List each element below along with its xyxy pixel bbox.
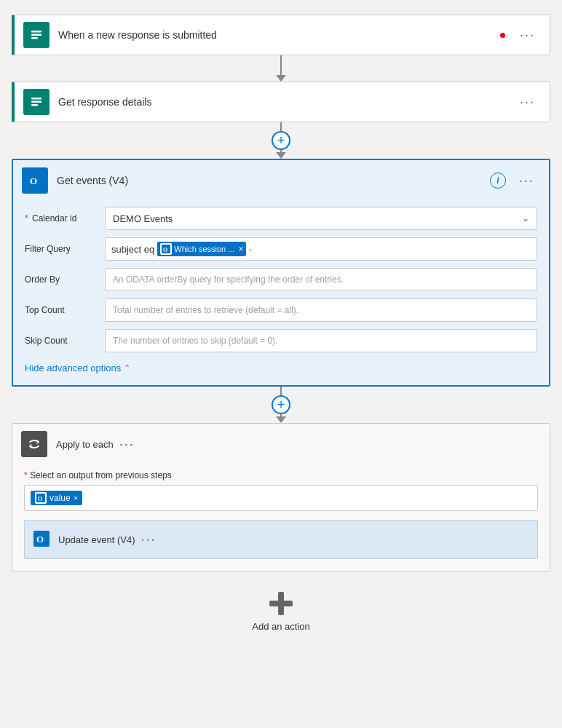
svg-text:O: O xyxy=(30,175,37,186)
add-action-icon xyxy=(266,589,296,618)
update-event-header[interactable]: O Update event (V4) ··· xyxy=(25,521,537,558)
select-output-input[interactable]: O value × xyxy=(24,485,538,511)
select-required-star: * xyxy=(24,470,28,480)
chip-close-button[interactable]: × xyxy=(74,494,78,502)
svg-text:O: O xyxy=(38,496,42,502)
token-outlook-icon: O xyxy=(160,243,172,255)
loop-header[interactable]: Apply to each ··· xyxy=(12,424,550,464)
update-event-card: O Update event (V4) ··· xyxy=(24,520,538,559)
plus-connector-2: + xyxy=(272,387,290,423)
update-event-title: Update event (V4) xyxy=(58,534,135,545)
calendar-id-row: * Calendar id DEMO Events ⌄ xyxy=(25,207,537,230)
chevron-up-icon: ⌃ xyxy=(124,363,130,373)
order-by-label: Order By xyxy=(25,274,105,285)
add-step-button-1[interactable]: + xyxy=(272,131,290,150)
step-get-response-card[interactable]: Get response details ··· xyxy=(12,82,550,122)
required-star: * xyxy=(25,213,28,223)
select-output-label: * Select an output from previous steps xyxy=(24,470,538,480)
filter-query-label: Filter Query xyxy=(25,244,105,254)
svg-rect-18 xyxy=(269,601,293,606)
loop-icon xyxy=(21,431,47,457)
skip-count-label: Skip Count xyxy=(25,336,105,346)
svg-rect-7 xyxy=(31,104,38,106)
add-step-button-2[interactable]: + xyxy=(272,395,290,414)
token-label: Which session ... xyxy=(174,245,234,253)
svg-text:O: O xyxy=(36,534,44,545)
order-by-row: Order By An ODATA orderBy query for spec… xyxy=(25,268,537,291)
loop-body: * Select an output from previous steps O… xyxy=(12,464,550,571)
apply-to-each-card: Apply to each ··· * Select an output fro… xyxy=(12,423,550,571)
forms-icon-step1 xyxy=(23,22,50,48)
plus-arrow-head-2 xyxy=(276,416,286,423)
top-count-placeholder: Total number of entries to retrieve (def… xyxy=(113,305,298,315)
svg-rect-5 xyxy=(31,98,41,100)
flow-canvas: When a new response is submitted ··· Get… xyxy=(15,15,547,644)
add-action-area: Add an action xyxy=(252,589,310,632)
plus-connector-1: + xyxy=(272,122,290,159)
step3-title: Get events (V4) xyxy=(57,175,490,186)
info-icon[interactable]: i xyxy=(490,173,506,189)
svg-rect-1 xyxy=(31,31,41,33)
svg-text:O: O xyxy=(163,247,167,253)
dropdown-arrow: ⌄ xyxy=(522,213,529,223)
skip-count-placeholder: The number of entries to skip (default =… xyxy=(113,336,277,346)
step3-more-menu[interactable]: ··· xyxy=(513,170,540,191)
filter-query-row: Filter Query subject eq O Which session … xyxy=(25,237,537,261)
arrow-connector-1 xyxy=(276,55,286,82)
outlook-icon-step3: O xyxy=(22,167,48,194)
filter-prefix-text: subject eq xyxy=(111,244,154,255)
value-chip[interactable]: O value × xyxy=(31,491,82,505)
chip-outlook-icon: O xyxy=(35,492,47,504)
plus-arrow-head xyxy=(276,152,286,159)
calendar-id-label: * Calendar id xyxy=(25,213,105,223)
step2-title: Get response details xyxy=(58,96,514,108)
svg-rect-6 xyxy=(31,101,41,103)
add-action-label: Add an action xyxy=(252,621,310,632)
plus-line-top xyxy=(280,122,282,131)
svg-rect-3 xyxy=(31,37,38,39)
arrow-line xyxy=(280,55,282,75)
svg-rect-12 xyxy=(26,436,42,452)
forms-icon-step2 xyxy=(23,89,50,115)
filter-dot: · xyxy=(249,243,252,255)
top-count-label: Top Count xyxy=(25,305,105,315)
arrow-head xyxy=(276,75,286,82)
step1-more-menu[interactable]: ··· xyxy=(514,25,541,46)
skip-count-row: Skip Count The number of entries to skip… xyxy=(25,329,537,352)
update-event-more-menu[interactable]: ··· xyxy=(135,529,162,550)
filter-token-chip[interactable]: O Which session ... × xyxy=(157,242,246,256)
order-by-placeholder: An ODATA orderBy query for specifying th… xyxy=(113,274,344,285)
step-trigger-card[interactable]: When a new response is submitted ··· xyxy=(12,15,550,55)
top-count-row: Top Count Total number of entries to ret… xyxy=(25,298,537,322)
apply-to-each-title: Apply to each xyxy=(56,439,114,450)
apply-to-each-more-menu[interactable]: ··· xyxy=(114,434,140,455)
step2-more-menu[interactable]: ··· xyxy=(514,92,541,113)
skip-count-input[interactable]: The number of entries to skip (default =… xyxy=(105,329,537,352)
add-action-button[interactable]: Add an action xyxy=(252,589,310,632)
filter-query-input[interactable]: subject eq O Which session ... × · xyxy=(105,237,537,261)
hide-advanced-options-link[interactable]: Hide advanced options ⌃ xyxy=(25,363,130,373)
token-close-button[interactable]: × xyxy=(238,244,243,254)
plus-line-top-2 xyxy=(280,387,282,395)
svg-rect-2 xyxy=(31,34,41,36)
calendar-id-dropdown[interactable]: DEMO Events ⌄ xyxy=(105,207,537,230)
top-count-input[interactable]: Total number of entries to retrieve (def… xyxy=(105,298,537,322)
get-events-header[interactable]: O Get events (V4) i ··· xyxy=(13,160,549,201)
get-events-body: * Calendar id DEMO Events ⌄ Filter Query… xyxy=(13,201,549,385)
step-get-events-card: O Get events (V4) i ··· * Calendar id DE… xyxy=(12,159,550,387)
outlook-icon-update: O xyxy=(33,531,50,549)
red-dot-indicator xyxy=(500,33,505,38)
order-by-input[interactable]: An ODATA orderBy query for specifying th… xyxy=(105,268,537,291)
step1-title: When a new response is submitted xyxy=(58,29,500,41)
